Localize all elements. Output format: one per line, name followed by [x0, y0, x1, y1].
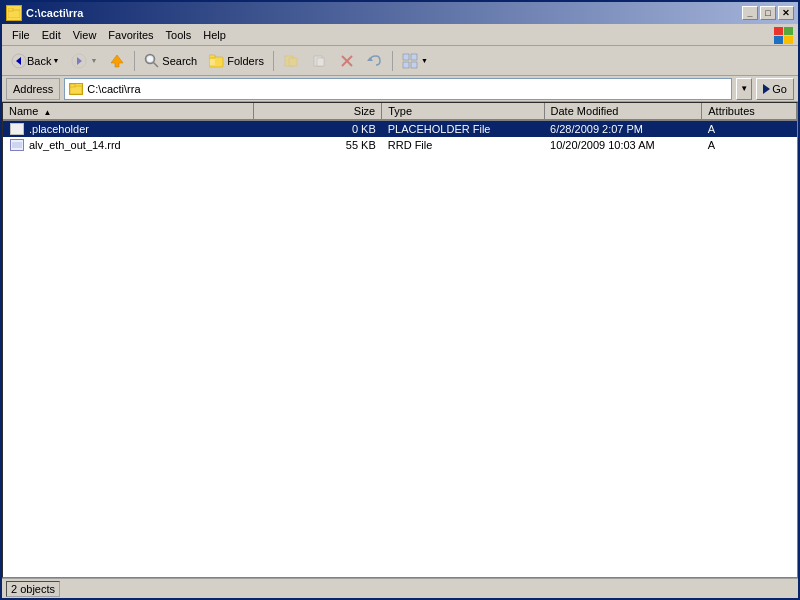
logo-red: [774, 27, 783, 35]
close-button[interactable]: ✕: [778, 6, 794, 20]
forward-icon: [71, 53, 87, 69]
separator-3: [392, 51, 393, 71]
column-header-row: Name ▲ Size Type Date Modified Attribute…: [3, 103, 797, 120]
logo-green: [784, 27, 793, 35]
go-arrow-icon: [763, 84, 770, 94]
explorer-window: C:\cacti\rra _ □ ✕ File Edit View Favori…: [0, 0, 800, 600]
views-dropdown-arrow[interactable]: ▼: [421, 57, 428, 64]
status-bar: 2 objects: [2, 578, 798, 598]
svg-rect-1: [8, 8, 13, 11]
svg-rect-25: [70, 84, 75, 87]
go-button[interactable]: Go: [756, 78, 794, 100]
menu-help[interactable]: Help: [197, 27, 232, 43]
svg-rect-11: [209, 55, 215, 58]
file-name-text: alv_eth_out_14.rrd: [29, 139, 121, 151]
svg-rect-22: [403, 62, 409, 68]
status-text: 2 objects: [6, 581, 60, 597]
search-label: Search: [162, 55, 197, 67]
copy-button[interactable]: [306, 49, 332, 73]
file-attributes: A: [702, 120, 797, 137]
svg-marker-6: [111, 55, 123, 67]
file-attributes: A: [702, 137, 797, 153]
file-size: 0 KB: [253, 120, 382, 137]
back-dropdown-arrow[interactable]: ▼: [52, 57, 59, 64]
col-header-size[interactable]: Size: [253, 103, 382, 120]
separator-1: [134, 51, 135, 71]
col-header-attributes[interactable]: Attributes: [702, 103, 797, 120]
svg-rect-12: [210, 59, 215, 65]
search-button[interactable]: Search: [139, 49, 202, 73]
table-row[interactable]: alv_eth_out_14.rrd55 KBRRD File10/20/200…: [3, 137, 797, 153]
back-label: Back: [27, 55, 51, 67]
windows-logo: [772, 25, 794, 45]
rrd-file-icon: [9, 138, 25, 152]
move-button[interactable]: [278, 49, 304, 73]
address-bar: Address ▼ Go: [2, 76, 798, 102]
file-list-body: .placeholder0 KBPLACEHOLDER File6/28/200…: [3, 120, 797, 153]
logo-yellow: [784, 36, 793, 44]
menu-bar: File Edit View Favorites Tools Help: [2, 24, 798, 46]
file-list[interactable]: Name ▲ Size Type Date Modified Attribute…: [2, 102, 798, 578]
sort-arrow-name: ▲: [43, 108, 51, 117]
menu-edit[interactable]: Edit: [36, 27, 67, 43]
menu-items: File Edit View Favorites Tools Help: [6, 27, 232, 43]
col-header-date[interactable]: Date Modified: [544, 103, 702, 120]
svg-rect-23: [411, 62, 417, 68]
back-icon: [11, 53, 27, 69]
svg-rect-16: [317, 58, 324, 66]
file-table: Name ▲ Size Type Date Modified Attribute…: [3, 103, 797, 153]
menu-favorites[interactable]: Favorites: [102, 27, 159, 43]
svg-rect-20: [403, 54, 409, 60]
table-row[interactable]: .placeholder0 KBPLACEHOLDER File6/28/200…: [3, 120, 797, 137]
maximize-button[interactable]: □: [760, 6, 776, 20]
window-icon: [6, 5, 22, 21]
folders-icon: [209, 53, 225, 69]
title-buttons: _ □ ✕: [742, 6, 794, 20]
file-name-cell: alv_eth_out_14.rrd: [3, 137, 253, 153]
delete-button[interactable]: [334, 49, 360, 73]
file-type: RRD File: [382, 137, 544, 153]
title-bar-left: C:\cacti\rra: [6, 5, 83, 21]
delete-icon: [339, 53, 355, 69]
svg-rect-14: [289, 58, 297, 66]
file-size: 55 KB: [253, 137, 382, 153]
menu-view[interactable]: View: [67, 27, 103, 43]
col-header-name[interactable]: Name ▲: [3, 103, 253, 120]
folders-label: Folders: [227, 55, 264, 67]
file-name-text: .placeholder: [29, 123, 89, 135]
search-icon: [144, 53, 160, 69]
back-button[interactable]: Back ▼: [6, 49, 64, 73]
file-date: 6/28/2009 2:07 PM: [544, 120, 702, 137]
toolbar: Back ▼ ▼: [2, 46, 798, 76]
views-button[interactable]: ▼: [397, 49, 433, 73]
forward-dropdown-arrow[interactable]: ▼: [90, 57, 97, 64]
svg-point-9: [147, 56, 153, 62]
menu-tools[interactable]: Tools: [160, 27, 198, 43]
address-input-wrapper: [64, 78, 732, 100]
title-bar: C:\cacti\rra _ □ ✕: [2, 2, 798, 24]
undo-button[interactable]: [362, 49, 388, 73]
file-name-cell: .placeholder: [3, 120, 253, 137]
up-icon: [109, 53, 125, 69]
minimize-button[interactable]: _: [742, 6, 758, 20]
views-icon: [402, 53, 418, 69]
address-label: Address: [6, 78, 60, 100]
address-folder-icon: [69, 83, 83, 95]
logo-blue: [774, 36, 783, 44]
file-date: 10/20/2009 10:03 AM: [544, 137, 702, 153]
window-title: C:\cacti\rra: [26, 7, 83, 19]
col-header-type[interactable]: Type: [382, 103, 544, 120]
up-button[interactable]: [104, 49, 130, 73]
separator-2: [273, 51, 274, 71]
file-name-inner: alv_eth_out_14.rrd: [9, 138, 247, 152]
address-dropdown-button[interactable]: ▼: [736, 78, 752, 100]
placeholder-file-icon: [9, 122, 25, 136]
file-type: PLACEHOLDER File: [382, 120, 544, 137]
menu-file[interactable]: File: [6, 27, 36, 43]
move-icon: [283, 53, 299, 69]
forward-button[interactable]: ▼: [66, 49, 102, 73]
folders-button[interactable]: Folders: [204, 49, 269, 73]
address-input[interactable]: [87, 83, 727, 95]
copy-icon: [311, 53, 327, 69]
content-area: Name ▲ Size Type Date Modified Attribute…: [2, 102, 798, 578]
